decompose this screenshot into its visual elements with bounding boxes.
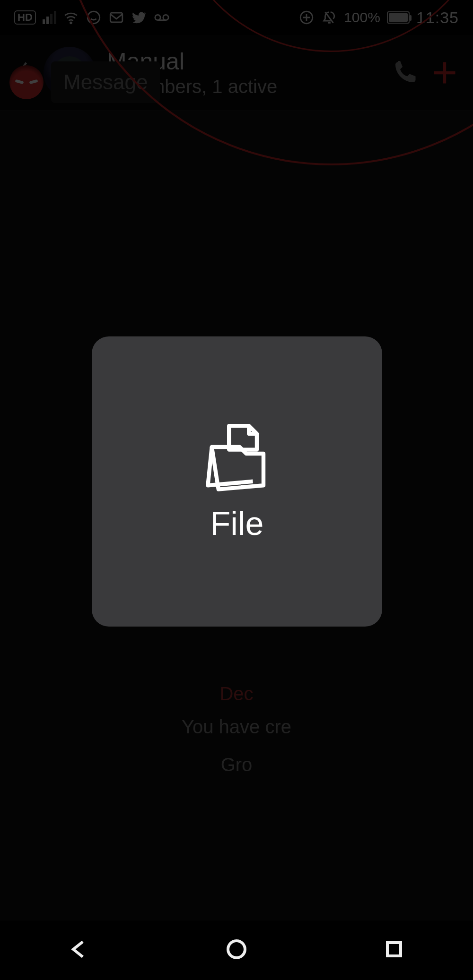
nav-home-icon[interactable] — [225, 938, 248, 963]
file-action-modal[interactable]: File — [92, 336, 382, 627]
android-nav-bar — [0, 920, 473, 980]
svg-rect-17 — [387, 943, 401, 956]
folder-file-icon — [204, 421, 270, 491]
nav-back-icon[interactable] — [68, 938, 90, 963]
svg-point-16 — [228, 941, 245, 958]
nav-recent-icon[interactable] — [383, 938, 405, 963]
modal-label: File — [210, 505, 264, 542]
